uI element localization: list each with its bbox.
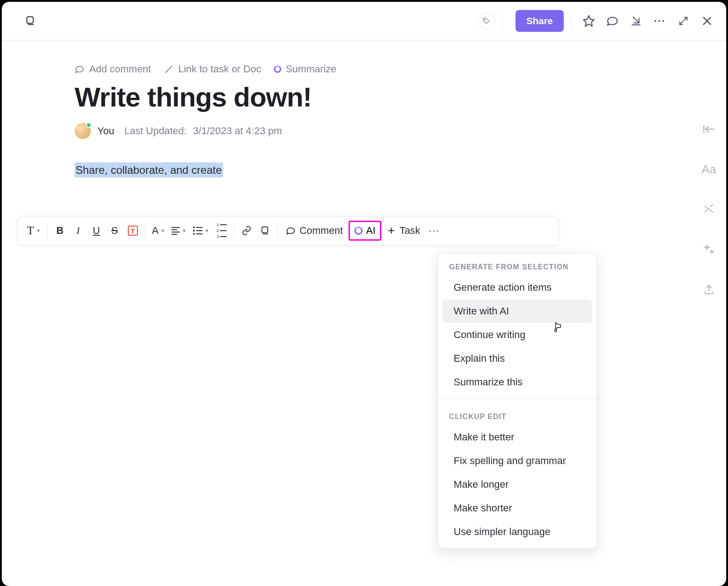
right-rail: Aa (700, 120, 718, 298)
presence-dot (86, 122, 91, 128)
menu-make-shorter[interactable]: Make shorter (443, 496, 592, 520)
toolbar-more-button[interactable]: ··· (426, 221, 443, 241)
menu-generate-action-items[interactable]: Generate action items (443, 276, 592, 299)
svg-rect-0 (27, 17, 33, 23)
underline-button[interactable]: U (88, 221, 105, 241)
svg-marker-2 (583, 15, 594, 26)
add-comment-label: Add comment (89, 63, 151, 75)
selected-text: Share, collaborate, and create (75, 162, 223, 177)
link-task-label: Link to task or Doc (178, 63, 261, 75)
author-name: You (97, 125, 114, 137)
header-divider (571, 14, 571, 28)
dropdown-header-edit: CLICKUP EDIT (438, 404, 597, 425)
summarize-action[interactable]: Summarize (274, 63, 336, 75)
doc-title[interactable]: Write things down! (75, 81, 653, 113)
doc-actions-row: Add comment Link to task or Doc Summariz… (75, 63, 653, 75)
summarize-label: Summarize (286, 63, 336, 75)
svg-point-1 (484, 19, 485, 20)
svg-rect-3 (262, 227, 268, 233)
updated-label: Last Updated: (124, 125, 187, 137)
download-icon[interactable] (626, 11, 646, 31)
star-icon[interactable] (579, 11, 599, 31)
link-task-action[interactable]: Link to task or Doc (164, 63, 261, 75)
subtask-icon[interactable] (20, 11, 40, 31)
sparkle-icon[interactable] (700, 240, 718, 258)
share-button[interactable]: Share (516, 10, 564, 32)
close-icon[interactable] (697, 11, 717, 31)
tag-button[interactable] (478, 12, 495, 30)
collapse-icon[interactable] (700, 120, 718, 138)
fontcolor-dropdown[interactable]: A ▼ (149, 221, 168, 241)
header-divider (502, 14, 503, 28)
menu-explain-this[interactable]: Explain this (443, 347, 592, 370)
strikethrough-button[interactable]: S (106, 221, 123, 241)
textcolor-button[interactable]: T (124, 221, 142, 241)
menu-simpler-language[interactable]: Use simpler language (443, 520, 592, 544)
menu-write-with-ai[interactable]: Write with AI (443, 299, 592, 323)
comment-button[interactable]: Comment (281, 221, 347, 241)
updated-value: 3/1/2023 at 4:23 pm (193, 125, 282, 137)
task-button[interactable]: Task (382, 221, 425, 241)
align-dropdown[interactable]: ▼ (169, 221, 189, 241)
more-icon[interactable]: ··· (650, 11, 670, 31)
subtask-button[interactable] (256, 221, 273, 241)
menu-fix-spelling[interactable]: Fix spelling and grammar (443, 449, 592, 473)
text-style-dropdown[interactable]: T ▼ (24, 221, 44, 241)
top-header: Share ··· (2, 2, 726, 40)
link-button[interactable] (238, 221, 255, 241)
numbered-list-button[interactable]: 1 2 3 (213, 221, 230, 241)
doc-meta-row: You Last Updated: 3/1/2023 at 4:23 pm (75, 123, 653, 139)
menu-make-longer[interactable]: Make longer (443, 473, 592, 496)
avatar[interactable] (75, 123, 91, 139)
italic-button[interactable]: I (70, 221, 87, 241)
comment-icon[interactable] (602, 11, 622, 31)
shuffle-icon[interactable] (700, 200, 718, 218)
ai-button[interactable]: AI (349, 221, 382, 241)
add-comment-action[interactable]: Add comment (75, 63, 151, 75)
floating-toolbar: T ▼ B I U S T A ▼ ▼ ▼ 1 (17, 216, 559, 245)
ai-dropdown-menu: GENERATE FROM SELECTION Generate action … (438, 253, 597, 549)
menu-make-better[interactable]: Make it better (443, 425, 592, 449)
font-size-icon[interactable]: Aa (700, 160, 718, 178)
bold-button[interactable]: B (51, 221, 69, 241)
ai-icon (354, 227, 363, 235)
menu-summarize-this[interactable]: Summarize this (443, 370, 592, 394)
bullet-list-dropdown[interactable]: ▼ (190, 221, 212, 241)
menu-continue-writing[interactable]: Continue writing (443, 323, 592, 347)
doc-body[interactable]: Share, collaborate, and create (75, 164, 653, 177)
dropdown-header-generate: GENERATE FROM SELECTION (438, 254, 597, 276)
expand-icon[interactable] (673, 11, 693, 31)
upload-icon[interactable] (700, 280, 718, 298)
